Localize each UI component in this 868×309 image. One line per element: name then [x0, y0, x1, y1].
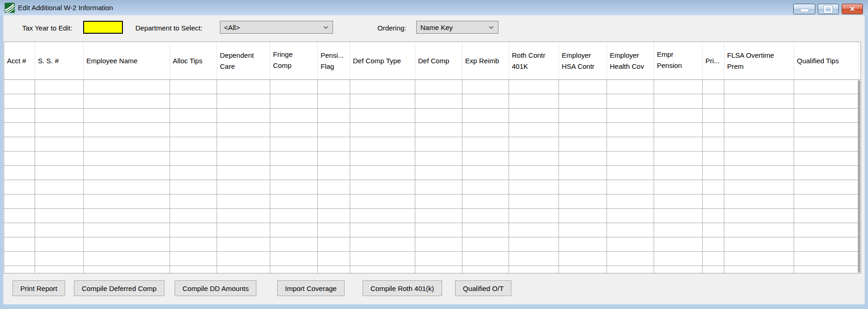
table-cell[interactable]: [559, 137, 607, 151]
table-cell[interactable]: [794, 266, 859, 273]
table-cell[interactable]: [607, 223, 654, 237]
table-cell[interactable]: [654, 80, 703, 94]
header-cell-def-comp-type[interactable]: Def Comp Type: [350, 42, 415, 79]
table-cell[interactable]: [217, 123, 270, 137]
table-cell[interactable]: [350, 80, 415, 94]
table-cell[interactable]: [84, 123, 170, 137]
table-cell[interactable]: [724, 223, 794, 237]
table-cell[interactable]: [724, 123, 794, 137]
table-cell[interactable]: [794, 223, 859, 237]
table-cell[interactable]: [509, 237, 559, 251]
table-cell[interactable]: [654, 209, 703, 223]
header-cell-s-s[interactable]: S. S. #: [35, 42, 84, 79]
table-cell[interactable]: [35, 166, 84, 180]
table-cell[interactable]: [170, 209, 217, 223]
table-cell[interactable]: [84, 266, 170, 273]
table-cell[interactable]: [35, 94, 84, 108]
table-cell[interactable]: [703, 109, 724, 122]
table-cell[interactable]: [350, 151, 415, 165]
table-cell[interactable]: [559, 180, 607, 194]
table-cell[interactable]: [559, 109, 607, 122]
table-cell[interactable]: [559, 209, 607, 223]
maximize-button[interactable]: [818, 4, 839, 14]
table-cell[interactable]: [462, 223, 509, 237]
table-cell[interactable]: [318, 80, 350, 94]
table-cell[interactable]: [509, 109, 559, 122]
table-cell[interactable]: [350, 137, 415, 151]
header-cell-pensi-flag[interactable]: Pensi...Flag: [318, 42, 350, 79]
titlebar[interactable]: Edit Additional W-2 Information: [0, 0, 868, 15]
table-cell[interactable]: [462, 123, 509, 137]
table-cell[interactable]: [170, 137, 217, 151]
table-cell[interactable]: [84, 94, 170, 108]
table-cell[interactable]: [703, 237, 724, 251]
table-cell[interactable]: [217, 223, 270, 237]
table-cell[interactable]: [794, 237, 859, 251]
table-cell[interactable]: [318, 252, 350, 266]
table-cell[interactable]: [794, 109, 859, 122]
table-cell[interactable]: [350, 223, 415, 237]
table-cell[interactable]: [170, 223, 217, 237]
header-cell-roth-contr-401k[interactable]: Roth Contr401K: [509, 42, 559, 79]
table-cell[interactable]: [724, 180, 794, 194]
table-cell[interactable]: [35, 209, 84, 223]
table-cell[interactable]: [607, 266, 654, 273]
qualified-o-t-button[interactable]: Qualified O/T: [455, 280, 511, 296]
table-cell[interactable]: [170, 151, 217, 165]
table-cell[interactable]: [217, 94, 270, 108]
table-cell[interactable]: [703, 80, 724, 94]
table-cell[interactable]: [509, 209, 559, 223]
table-cell[interactable]: [415, 109, 462, 122]
table-cell[interactable]: [35, 137, 84, 151]
table-cell[interactable]: [654, 223, 703, 237]
table-cell[interactable]: [654, 109, 703, 122]
table-cell[interactable]: [607, 180, 654, 194]
table-cell[interactable]: [607, 109, 654, 122]
table-cell[interactable]: [462, 194, 509, 208]
close-button[interactable]: ✕: [842, 4, 863, 14]
table-cell[interactable]: [4, 194, 35, 208]
header-cell-employer-health-cov[interactable]: EmployerHealth Cov: [607, 42, 654, 79]
table-cell[interactable]: [4, 109, 35, 122]
table-cell[interactable]: [794, 137, 859, 151]
table-cell[interactable]: [509, 80, 559, 94]
table-cell[interactable]: [559, 123, 607, 137]
table-cell[interactable]: [217, 80, 270, 94]
table-cell[interactable]: [270, 180, 318, 194]
table-cell[interactable]: [4, 80, 35, 94]
table-cell[interactable]: [654, 194, 703, 208]
table-cell[interactable]: [84, 223, 170, 237]
table-cell[interactable]: [607, 252, 654, 266]
table-cell[interactable]: [270, 252, 318, 266]
table-cell[interactable]: [703, 209, 724, 223]
ordering-select[interactable]: Name Key: [416, 21, 498, 34]
table-cell[interactable]: [509, 94, 559, 108]
table-cell[interactable]: [35, 194, 84, 208]
table-cell[interactable]: [4, 237, 35, 251]
table-cell[interactable]: [724, 109, 794, 122]
table-cell[interactable]: [270, 209, 318, 223]
table-cell[interactable]: [607, 123, 654, 137]
table-cell[interactable]: [84, 237, 170, 251]
table-cell[interactable]: [607, 137, 654, 151]
table-cell[interactable]: [724, 209, 794, 223]
table-cell[interactable]: [350, 94, 415, 108]
table-cell[interactable]: [794, 252, 859, 266]
table-cell[interactable]: [462, 166, 509, 180]
table-cell[interactable]: [462, 209, 509, 223]
table-cell[interactable]: [607, 166, 654, 180]
table-cell[interactable]: [703, 266, 724, 273]
table-cell[interactable]: [318, 151, 350, 165]
table-cell[interactable]: [318, 180, 350, 194]
table-cell[interactable]: [4, 223, 35, 237]
table-cell[interactable]: [170, 123, 217, 137]
table-cell[interactable]: [724, 137, 794, 151]
table-cell[interactable]: [703, 151, 724, 165]
table-cell[interactable]: [654, 151, 703, 165]
table-cell[interactable]: [170, 180, 217, 194]
table-cell[interactable]: [217, 109, 270, 122]
table-cell[interactable]: [170, 252, 217, 266]
header-cell-fringe-comp-oth[interactable]: FringeCompOth...: [270, 42, 318, 79]
table-cell[interactable]: [415, 180, 462, 194]
table-cell[interactable]: [217, 209, 270, 223]
